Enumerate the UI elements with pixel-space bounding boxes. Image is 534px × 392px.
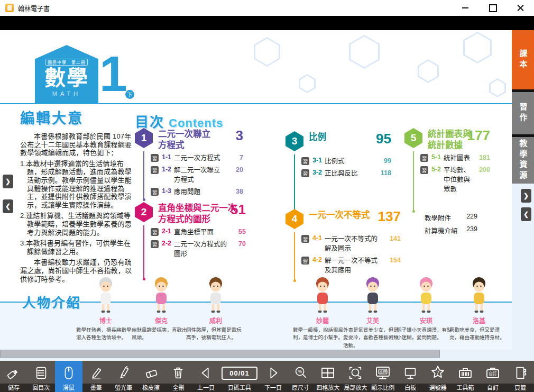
- section-number: 1-3: [162, 187, 171, 195]
- toc-section-row[interactable]: 習 4-2 解一元一次不等式及其應用 154: [301, 256, 401, 275]
- workbook-badge: 習: [151, 228, 159, 236]
- toc-section-row[interactable]: 習 1-2 解二元一次聯立方程式 20: [151, 166, 243, 185]
- section-page: 20: [236, 166, 243, 174]
- toc-section-row[interactable]: 習 3-2 正比與反比 118: [301, 169, 391, 178]
- chapter-title: 直角坐標與二元一次方程式的圖形: [158, 203, 238, 225]
- character-name: 傑克: [132, 316, 191, 325]
- chevron-left-icon: ❮: [5, 203, 11, 210]
- star-icon: 7: [429, 364, 446, 381]
- toc-extra-row[interactable]: 計算機介紹 239: [425, 225, 477, 235]
- chapter-heading[interactable]: 3 比例 95: [286, 131, 391, 151]
- toc-extra-row[interactable]: 教學附件 229: [425, 213, 477, 223]
- page-counter[interactable]: 00/01: [222, 367, 257, 380]
- chapter-heading[interactable]: 1 二元一次聯立方程式 3: [135, 128, 243, 151]
- toc-chapter-2: 2 直角坐標與二元一次方程式的圖形 51 習 2-1 直角坐標平面 55 習 2…: [135, 202, 246, 225]
- tool-pen[interactable]: 畫筆: [82, 361, 110, 392]
- chapter-heading[interactable]: 2 直角坐標與二元一次方程式的圖形 51: [135, 202, 246, 225]
- tab-label: 課本: [518, 49, 529, 70]
- chapter-connector-line: [413, 151, 414, 211]
- chapter-title: 一元一次不等式: [309, 209, 370, 221]
- section-title: 應用問題: [174, 187, 200, 197]
- highlighter-icon: [116, 364, 132, 381]
- chapter-page-number: 51: [231, 202, 246, 217]
- toc-section-row[interactable]: 習 5-1 統計圖表 181: [420, 153, 490, 163]
- window-title: 翰林電子書: [18, 4, 50, 13]
- page-tabs-icon: [512, 364, 528, 381]
- tab-textbook[interactable]: 課本: [512, 30, 534, 89]
- right-expand-button[interactable]: ❯: [521, 189, 531, 203]
- app-icon: [5, 4, 14, 12]
- minimize-button[interactable]: [452, 0, 479, 16]
- extra-page: 239: [466, 225, 477, 235]
- horizontal-scrollbar[interactable]: [0, 350, 440, 358]
- tool-quad-zoom[interactable]: 四格放大: [315, 361, 342, 392]
- toc-chapter-1: 1 二元一次聯立方程式 3 習 1-1 二元一次方程式 7 習 1-2 解二元一…: [135, 128, 243, 151]
- tool-toolbox[interactable]: 工具箱: [452, 361, 479, 392]
- region-magnifier-icon: [347, 364, 363, 381]
- chapter-heading[interactable]: 5 統計圖表與統計數據 177: [404, 128, 490, 151]
- tool-label: 上一頁: [197, 383, 215, 391]
- section-title: 解二元一次聯立方程式: [174, 166, 223, 185]
- contents-list-icon: [33, 364, 49, 381]
- tool-prev-page[interactable]: 上一頁: [192, 361, 219, 392]
- tab-workbook[interactable]: 習作: [512, 92, 534, 134]
- right-collapse-button[interactable]: ❮: [521, 207, 531, 221]
- toc-section-row[interactable]: 習 3-1 比例式 99: [301, 157, 391, 166]
- window-controls: [452, 0, 534, 16]
- tab-label: 教學資源: [518, 139, 529, 181]
- svg-text:延伸: 延伸: [379, 369, 386, 374]
- left-collapse-button[interactable]: ❮: [3, 199, 13, 213]
- section-page: 38: [236, 188, 243, 195]
- chapter-page-number: 137: [378, 209, 401, 224]
- tool-eraser[interactable]: 橡皮擦: [137, 361, 165, 392]
- tool-delete-all[interactable]: 全刪: [165, 361, 192, 392]
- zoom-percent-icon: %: [293, 364, 309, 381]
- chapter-page-number: 177: [467, 128, 490, 143]
- tool-mouse[interactable]: 滑鼠: [55, 361, 82, 392]
- workbook-badge: 習: [301, 257, 309, 265]
- tool-highlighter[interactable]: 螢光筆: [110, 361, 137, 392]
- tool-display-ratio[interactable]: 延伸 顯示比例: [369, 361, 397, 392]
- character-description: 個子嬌小天真爛漫，有點小迷糊，愛問問題。: [397, 326, 456, 342]
- tool-page-number[interactable]: 00/01 頁碼工具: [219, 361, 259, 392]
- left-expand-button[interactable]: ❯: [3, 175, 13, 188]
- bottom-toolbar: 儲存 回目次 滑鼠 畫筆 螢光筆: [0, 361, 534, 392]
- tab-teaching-resources[interactable]: 教學資源: [512, 137, 534, 184]
- toc-section-row[interactable]: 習 5-2 平均數、中位數與眾數 200: [420, 166, 490, 194]
- maximize-button[interactable]: [479, 0, 507, 16]
- section-number: 3-1: [312, 157, 322, 164]
- tool-save[interactable]: 儲存: [0, 361, 27, 392]
- toc-section-row[interactable]: 習 1-1 二元一次方程式 7: [151, 153, 243, 163]
- character-illustration: [147, 275, 176, 315]
- tool-page-tabs[interactable]: 頁籤: [507, 361, 534, 392]
- chapter-page-number: 95: [376, 131, 391, 147]
- usb-drive-icon: [6, 364, 22, 381]
- close-button[interactable]: [507, 0, 534, 16]
- section-number: 3-2: [312, 169, 322, 176]
- editorial-point: 1.本教材中選擇適當的生活情境布題，形成解題活動，進而成為教學活動示例。教學示例…: [20, 160, 133, 209]
- pen-icon: [88, 364, 104, 381]
- tool-back-to-toc[interactable]: 回目次: [27, 361, 55, 392]
- tool-label: 頁籤: [514, 383, 526, 391]
- character-description: 個性憨厚，但其實是電玩高手，號稱電玩狂人。: [186, 326, 245, 342]
- book-number: 1: [99, 49, 127, 99]
- section-title: 直角坐標平面: [174, 227, 214, 237]
- toc-section-row[interactable]: 習 1-3 應用問題 38: [151, 187, 243, 197]
- section-number: 1-2: [162, 166, 171, 173]
- tool-number-picker[interactable]: 7 選號器: [424, 361, 452, 392]
- tool-next-page[interactable]: 下一頁: [260, 361, 287, 392]
- eraser-icon: [143, 364, 159, 381]
- characters-title: 人物介紹: [22, 292, 81, 311]
- toc-section-row[interactable]: 習 2-2 二元一次方程式的圖形 70: [151, 240, 246, 259]
- tool-whiteboard[interactable]: 白板: [397, 361, 424, 392]
- tool-label: 回目次: [32, 383, 50, 391]
- tool-custom[interactable]: 自訂 自訂: [479, 361, 507, 392]
- toc-section-row[interactable]: 習 2-1 直角坐標平面 55: [151, 227, 246, 237]
- tool-region-zoom[interactable]: 局部放大: [342, 361, 369, 392]
- tool-label: 自訂: [487, 383, 499, 391]
- toc-section-row[interactable]: 習 4-1 一元一次不等式的解及圖示 141: [301, 234, 401, 253]
- chapter-heading[interactable]: 4 一元一次不等式 137: [286, 209, 401, 229]
- chapter-page-number: 3: [236, 128, 243, 143]
- tool-original-size[interactable]: % 原尺寸: [287, 361, 315, 392]
- character-name: 艾美: [343, 316, 402, 325]
